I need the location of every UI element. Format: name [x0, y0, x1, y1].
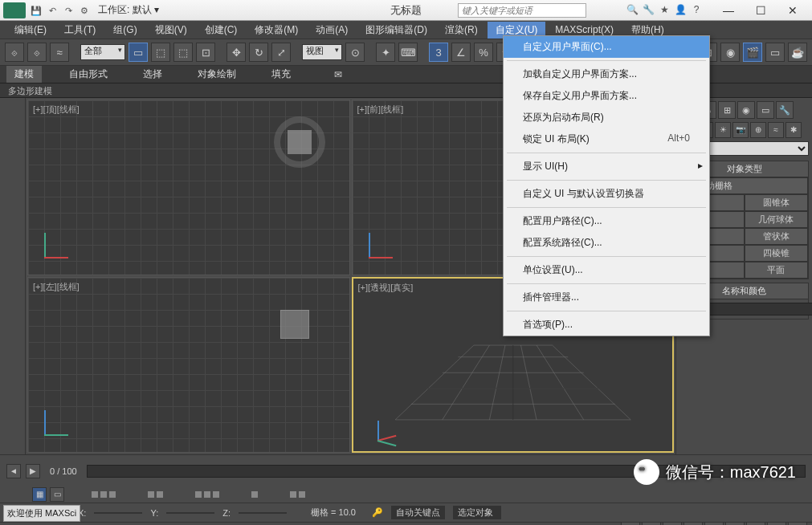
help-icon[interactable]: 🔍: [626, 4, 639, 17]
ribbon-tab-1[interactable]: 自由形式: [61, 66, 116, 83]
z-coord-field[interactable]: [239, 512, 287, 514]
menu-item-5[interactable]: 修改器(M): [247, 22, 306, 39]
display-tab-icon[interactable]: ▭: [757, 101, 774, 119]
user-icon[interactable]: 👤: [674, 4, 687, 17]
save-icon[interactable]: 💾: [29, 3, 43, 18]
motion-tab-icon[interactable]: ◉: [737, 101, 755, 119]
ribbon-tab-4[interactable]: 填充: [263, 66, 299, 83]
space-warps-icon[interactable]: ≈: [768, 122, 784, 138]
window-cross-icon[interactable]: ⊡: [196, 43, 215, 62]
object-type-button[interactable]: 平面: [745, 262, 809, 279]
hierarchy-tab-icon[interactable]: ⊞: [718, 101, 736, 119]
timeline-prev-icon[interactable]: ◄: [6, 464, 21, 478]
menu-option[interactable]: 自定义用户界面(C)...: [504, 36, 709, 58]
object-type-button[interactable]: 圆锥体: [745, 194, 809, 211]
ribbon-tab-3[interactable]: 对象绘制: [190, 66, 244, 83]
menu-option[interactable]: 还原为启动布局(R): [504, 107, 709, 128]
menu-item-7[interactable]: 图形编辑器(D): [357, 22, 435, 39]
keyboard-icon[interactable]: ⌨: [398, 43, 418, 62]
menu-item-1[interactable]: 工具(T): [56, 22, 104, 39]
menu-item-3[interactable]: 视图(V): [147, 22, 195, 39]
mail-icon[interactable]: ✉: [334, 69, 342, 80]
angle-snap-icon[interactable]: ∠: [451, 43, 471, 62]
nav-max-icon[interactable]: ⛶: [788, 522, 807, 526]
selected-dropdown[interactable]: 选定对象: [453, 506, 501, 519]
y-coord-field[interactable]: [166, 512, 214, 514]
search-input[interactable]: [458, 3, 586, 18]
nav-zoom-icon[interactable]: 🔍: [746, 522, 765, 526]
select-name-icon[interactable]: ⬚: [151, 43, 170, 62]
maximize-button[interactable]: ☐: [745, 1, 777, 20]
workspace-selector[interactable]: 工作区: 默认 ▾: [98, 3, 159, 17]
menu-option[interactable]: 保存自定义用户界面方案...: [504, 85, 709, 107]
menu-option[interactable]: 显示 UI(H)▸: [504, 156, 709, 177]
menu-option[interactable]: 配置用户路径(C)...: [504, 210, 709, 232]
track-toggle-icon[interactable]: ▦: [32, 487, 47, 502]
scale-tool-icon[interactable]: ⤢: [271, 43, 291, 62]
menu-option[interactable]: 锁定 UI 布局(K)Alt+0: [504, 128, 709, 150]
percent-snap-icon[interactable]: %: [474, 43, 493, 62]
menu-option[interactable]: 加载自定义用户界面方案...: [504, 63, 709, 85]
render-icon[interactable]: ☕: [788, 43, 807, 62]
viewport-left[interactable]: [+][左][线框]: [27, 277, 350, 453]
snap-3d-icon[interactable]: 3: [429, 43, 448, 62]
minimize-button[interactable]: —: [712, 1, 745, 20]
render-setup-icon[interactable]: 🎬: [743, 43, 762, 62]
object-type-button[interactable]: 几何球体: [745, 211, 809, 228]
selection-filter-dropdown[interactable]: 全部: [80, 44, 125, 60]
track-icon[interactable]: ▭: [50, 487, 64, 502]
menu-option[interactable]: 配置系统路径(C)...: [504, 232, 709, 254]
x-coord-field[interactable]: [94, 512, 142, 514]
object-type-button[interactable]: 管状体: [745, 228, 809, 245]
pivot-icon[interactable]: ⊙: [345, 43, 365, 62]
link-icon[interactable]: ⚙: [77, 3, 92, 18]
menu-item-8[interactable]: 渲染(R): [437, 22, 486, 39]
menu-option[interactable]: 自定义 UI 与默认设置切换器: [504, 183, 709, 205]
viewcube-icon[interactable]: [280, 310, 309, 339]
menu-item-6[interactable]: 动画(A): [308, 22, 356, 39]
cameras-icon[interactable]: 📷: [732, 122, 749, 138]
menu-item-2[interactable]: 组(G): [105, 22, 145, 39]
next-frame-icon[interactable]: ►: [683, 522, 703, 526]
helpers-icon[interactable]: ⊕: [750, 122, 766, 138]
ref-coord-dropdown[interactable]: 视图: [302, 44, 342, 60]
render-frame-icon[interactable]: ▭: [765, 43, 785, 62]
viewport-top[interactable]: [+][顶][线框]: [27, 100, 350, 275]
info-icon[interactable]: ?: [690, 4, 703, 17]
material-icon[interactable]: ◉: [720, 43, 740, 62]
menu-option[interactable]: 插件管理器...: [504, 287, 709, 308]
unlink-tool-icon[interactable]: ⟐: [27, 43, 47, 62]
ribbon-tab-0[interactable]: 建模: [6, 66, 42, 83]
select-tool-icon[interactable]: ▭: [129, 43, 148, 62]
star-icon[interactable]: ★: [658, 4, 671, 17]
rotate-tool-icon[interactable]: ↻: [249, 43, 268, 62]
menu-option[interactable]: 首选项(P)...: [504, 314, 709, 336]
timeline-play-icon[interactable]: ▶: [26, 464, 40, 478]
bind-tool-icon[interactable]: ≈: [50, 43, 69, 62]
manip-icon[interactable]: ✦: [376, 43, 395, 62]
goto-end-icon[interactable]: ⏭: [704, 522, 724, 526]
move-tool-icon[interactable]: ✥: [226, 43, 246, 62]
systems-icon[interactable]: ✱: [785, 122, 802, 138]
nav-orbit-icon[interactable]: ⟳: [767, 522, 786, 526]
tool-icon[interactable]: 🔧: [642, 4, 655, 17]
link-tool-icon[interactable]: ⟐: [5, 43, 24, 62]
lights-icon[interactable]: ☀: [715, 122, 731, 138]
nav-pan-icon[interactable]: ✋: [725, 522, 745, 526]
play-icon[interactable]: ▶: [663, 522, 682, 526]
undo-icon[interactable]: ↶: [45, 3, 59, 18]
app-logo[interactable]: [3, 2, 26, 18]
ribbon-tab-2[interactable]: 选择: [135, 66, 170, 83]
object-type-button[interactable]: 四棱锥: [745, 245, 809, 262]
menu-option[interactable]: 单位设置(U)...: [504, 259, 709, 281]
utilities-tab-icon[interactable]: 🔧: [776, 101, 794, 119]
prev-frame-icon[interactable]: ◄: [642, 522, 661, 526]
redo-icon[interactable]: ↷: [61, 3, 75, 18]
goto-start-icon[interactable]: ⏮: [621, 522, 640, 526]
auto-key-button[interactable]: 自动关键点: [391, 506, 445, 519]
menu-item-4[interactable]: 创建(C): [197, 22, 246, 39]
key-icon[interactable]: 🔑: [372, 507, 383, 518]
close-button[interactable]: ✕: [777, 1, 809, 20]
menu-item-0[interactable]: 编辑(E): [6, 22, 55, 39]
rect-select-icon[interactable]: ⬚: [173, 43, 193, 62]
